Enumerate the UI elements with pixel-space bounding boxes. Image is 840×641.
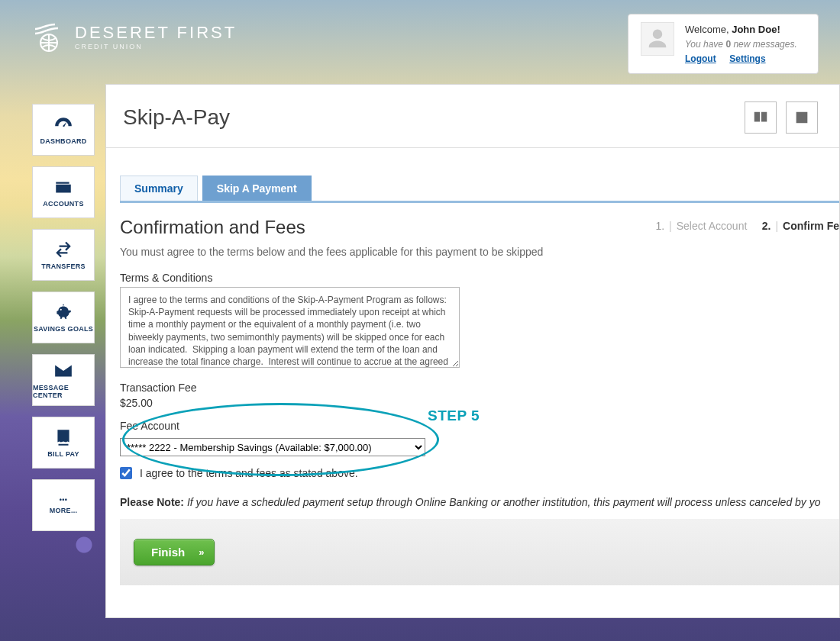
transaction-fee-amount: $25.00 [120,397,839,409]
message-count: 0 [725,39,731,50]
main-panel: Skip-A-Pay Summary Skip A Payment 1.|Sel… [105,84,840,618]
transfer-icon [53,240,73,259]
brand-sub: CREDIT UNION [75,43,237,50]
section-subtext: You must agree to the terms below and th… [120,246,839,258]
nav-message-center[interactable]: MESSAGE CENTER [32,354,95,406]
nav-savings-goals[interactable]: SAVINGS GOALS [32,292,95,343]
nav-more[interactable]: ••• MORE... [32,479,95,531]
nav-bill-pay[interactable]: BILL PAY [32,417,95,469]
more-dots-icon: ••• [60,496,67,504]
nav-accounts[interactable]: ACCOUNTS [32,166,95,218]
user-icon [646,27,669,50]
side-nav: DASHBOARD ACCOUNTS TRANSFERS SAVINGS GOA… [32,104,95,531]
welcome-greeting: Welcome, [685,24,729,35]
agree-label[interactable]: I agree to the terms and fees as stated … [140,467,358,479]
tab-summary[interactable]: Summary [120,176,198,201]
gauge-icon [53,114,73,134]
terms-textarea[interactable]: I agree to the terms and conditions of t… [120,287,460,368]
welcome-user: John Doe! [732,24,780,35]
chevron-right-icon: » [199,546,202,558]
logo-icon [31,18,67,55]
welcome-panel: Welcome, John Doe! You have 0 new messag… [628,14,819,74]
transaction-fee-label: Transaction Fee [120,382,839,394]
piggy-icon [53,302,73,322]
terms-label: Terms & Conditions [120,272,839,284]
header-action-2[interactable] [786,101,818,134]
agree-checkbox[interactable] [120,467,132,479]
news-icon [793,109,810,126]
finish-button[interactable]: Finish » [134,539,215,565]
step-indicator: 1.|Select Account 2.|Confirm Fe [655,220,839,232]
tab-bar: Summary Skip A Payment [120,176,839,203]
nav-transfers[interactable]: TRANSFERS [32,229,95,281]
avatar [641,22,674,56]
fee-account-label: Fee Account [120,420,839,432]
book-icon [752,109,769,126]
logout-link[interactable]: Logout [685,53,716,64]
brand-name: DESERET FIRST [75,23,237,43]
envelope-icon [53,361,73,381]
nav-dashboard[interactable]: DASHBOARD [32,104,95,156]
bill-icon [53,427,73,447]
tab-skip-payment[interactable]: Skip A Payment [202,176,312,201]
header-action-1[interactable] [745,101,777,134]
page-title: Skip-A-Pay [123,105,230,130]
settings-link[interactable]: Settings [729,53,765,64]
wallet-icon [53,177,73,197]
brand-logo: DESERET FIRST CREDIT UNION [31,18,237,55]
fee-account-select[interactable]: ***** 2222 - Membership Savings (Availab… [120,438,425,456]
please-note: Please Note: If you have a scheduled pay… [120,496,839,508]
